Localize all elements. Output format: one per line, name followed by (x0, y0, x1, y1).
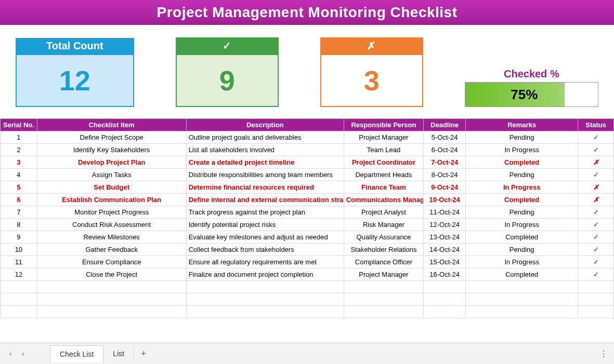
cell-serial[interactable]: 11 (1, 256, 37, 268)
cell-serial[interactable]: 10 (1, 244, 37, 256)
cell-item[interactable]: Assign Tasks (37, 169, 186, 181)
cell-status[interactable]: ✓ (578, 131, 614, 144)
cell-item[interactable]: Ensure Compliance (37, 256, 186, 268)
table-row[interactable]: 10Gather FeedbackCollect feedback from s… (1, 244, 614, 256)
cell-empty[interactable] (424, 281, 466, 293)
cell-empty[interactable] (37, 293, 186, 306)
cell-serial[interactable]: 12 (1, 268, 37, 281)
table-row-empty[interactable] (1, 293, 614, 306)
cell-desc[interactable]: Define internal and external communicati… (186, 194, 344, 206)
cell-deadline[interactable]: 6-Oct-24 (424, 144, 466, 156)
cell-desc[interactable]: Create a detailed project timeline (186, 156, 344, 169)
cell-resp[interactable]: Communications Manager (344, 194, 424, 206)
cell-item[interactable]: Establish Communication Plan (37, 194, 186, 206)
cell-deadline[interactable]: 16-Oct-24 (424, 268, 466, 281)
cell-remarks[interactable]: Completed (466, 231, 578, 244)
tab-nav-prev[interactable]: ‹ (4, 347, 17, 360)
table-row[interactable]: 4Assign TasksDistribute responsibilities… (1, 169, 614, 181)
tab-menu-icon[interactable]: ⋮ (597, 349, 610, 359)
tab-check-list[interactable]: Check List (50, 345, 103, 362)
cell-empty[interactable] (578, 306, 614, 318)
tab-add[interactable]: + (134, 348, 153, 359)
cell-empty[interactable] (1, 293, 37, 306)
table-row-empty[interactable] (1, 306, 614, 318)
tab-nav-next[interactable]: › (17, 347, 29, 360)
cell-desc[interactable]: Determine financial resources required (186, 181, 344, 194)
cell-serial[interactable]: 6 (1, 194, 37, 206)
table-row[interactable]: 5Set BudgetDetermine financial resources… (1, 181, 614, 194)
cell-serial[interactable]: 5 (1, 181, 37, 194)
cell-deadline[interactable]: 8-Oct-24 (424, 169, 466, 181)
table-row[interactable]: 12Close the ProjectFinalize and document… (1, 268, 614, 281)
cell-desc[interactable]: List all stakeholders involved (186, 144, 344, 156)
cell-item[interactable]: Review Milestones (37, 231, 186, 244)
cell-remarks[interactable]: In Progress (466, 256, 578, 268)
cell-resp[interactable]: Project Manager (344, 268, 424, 281)
cell-item[interactable]: Conduct Risk Assessment (37, 219, 186, 231)
cell-resp[interactable]: Finance Team (344, 181, 424, 194)
cell-deadline[interactable]: 9-Oct-24 (424, 181, 466, 194)
cell-remarks[interactable]: Completed (466, 268, 578, 281)
cell-status[interactable]: ✓ (578, 206, 614, 219)
table-row-empty[interactable] (1, 281, 614, 293)
cell-resp[interactable]: Project Manager (344, 131, 424, 144)
cell-serial[interactable]: 3 (1, 156, 37, 169)
cell-remarks[interactable]: Completed (466, 156, 578, 169)
cell-status[interactable]: ✓ (578, 268, 614, 281)
cell-remarks[interactable]: Pending (466, 244, 578, 256)
cell-serial[interactable]: 8 (1, 219, 37, 231)
cell-remarks[interactable]: Pending (466, 131, 578, 144)
cell-status[interactable]: ✓ (578, 256, 614, 268)
cell-resp[interactable]: Risk Manager (344, 219, 424, 231)
cell-desc[interactable]: Distribute responsibilities among team m… (186, 169, 344, 181)
cell-desc[interactable]: Ensure all regulatory requirements are m… (186, 256, 344, 268)
cell-empty[interactable] (466, 306, 578, 318)
cell-resp[interactable]: Project Coordinator (344, 156, 424, 169)
cell-deadline[interactable]: 5-Oct-24 (424, 131, 466, 144)
cell-remarks[interactable]: Pending (466, 169, 578, 181)
cell-serial[interactable]: 9 (1, 231, 37, 244)
th-status[interactable]: Status (578, 119, 614, 131)
cell-empty[interactable] (344, 293, 424, 306)
cell-desc[interactable]: Track progress against the project plan (186, 206, 344, 219)
table-row[interactable]: 7Monitor Project ProgressTrack progress … (1, 206, 614, 219)
cell-empty[interactable] (466, 281, 578, 293)
cell-item[interactable]: Develop Project Plan (37, 156, 186, 169)
cell-deadline[interactable]: 10-Oct-24 (424, 194, 466, 206)
cell-desc[interactable]: Outline project goals and deliverables (186, 131, 344, 144)
cell-empty[interactable] (424, 293, 466, 306)
cell-empty[interactable] (186, 281, 344, 293)
cell-remarks[interactable]: In Progress (466, 144, 578, 156)
cell-resp[interactable]: Compliance Officer (344, 256, 424, 268)
cell-deadline[interactable]: 12-Oct-24 (424, 219, 466, 231)
cell-resp[interactable]: Department Heads (344, 169, 424, 181)
th-resp[interactable]: Responsible Person (344, 119, 424, 131)
cell-item[interactable]: Monitor Project Progress (37, 206, 186, 219)
cell-empty[interactable] (1, 281, 37, 293)
cell-deadline[interactable]: 14-Oct-24 (424, 244, 466, 256)
cell-resp[interactable]: Stakeholder Relations (344, 244, 424, 256)
cell-remarks[interactable]: Completed (466, 194, 578, 206)
cell-empty[interactable] (186, 293, 344, 306)
cell-deadline[interactable]: 7-Oct-24 (424, 156, 466, 169)
cell-resp[interactable]: Quality Assurance (344, 231, 424, 244)
th-deadline[interactable]: Deadline (424, 119, 466, 131)
cell-resp[interactable]: Project Analyst (344, 206, 424, 219)
cell-status[interactable]: ✗ (578, 194, 614, 206)
cell-item[interactable]: Define Project Scope (37, 131, 186, 144)
cell-empty[interactable] (578, 293, 614, 306)
cell-deadline[interactable]: 15-Oct-24 (424, 256, 466, 268)
cell-deadline[interactable]: 13-Oct-24 (424, 231, 466, 244)
cell-item[interactable]: Set Budget (37, 181, 186, 194)
cell-status[interactable]: ✓ (578, 169, 614, 181)
cell-empty[interactable] (1, 306, 37, 318)
cell-item[interactable]: Gather Feedback (37, 244, 186, 256)
cell-empty[interactable] (344, 306, 424, 318)
th-desc[interactable]: Description (186, 119, 344, 131)
cell-deadline[interactable]: 11-Oct-24 (424, 206, 466, 219)
cell-resp[interactable]: Team Lead (344, 144, 424, 156)
cell-status[interactable]: ✗ (578, 156, 614, 169)
table-row[interactable]: 9Review MilestonesEvaluate key milestone… (1, 231, 614, 244)
cell-empty[interactable] (37, 281, 186, 293)
tab-list[interactable]: List (103, 345, 134, 362)
